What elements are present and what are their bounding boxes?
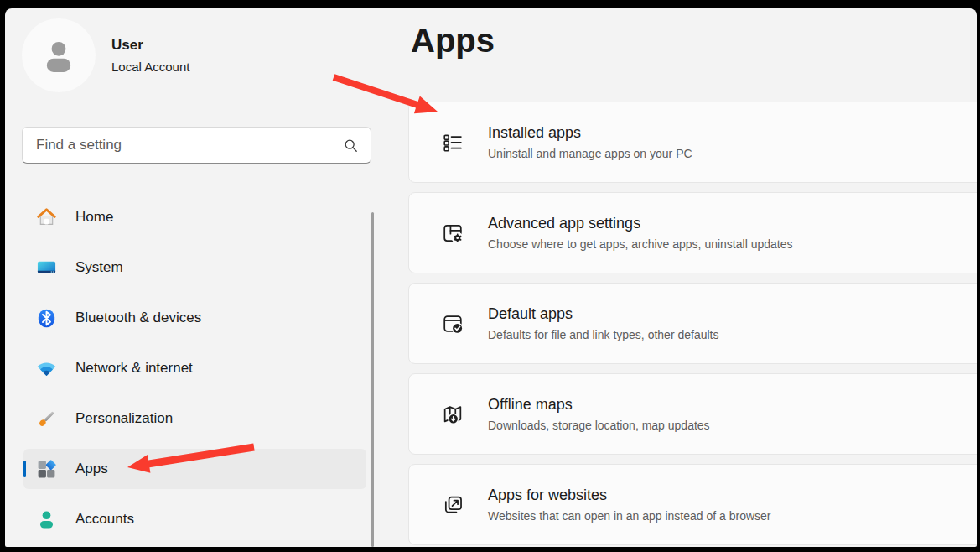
sidebar-item-personalization[interactable]: Personalization xyxy=(23,398,366,439)
card-advanced-app-settings[interactable]: Advanced app settings Choose where to ge… xyxy=(408,192,977,273)
card-text: Offline maps Downloads, storage location… xyxy=(488,396,710,432)
card-subtitle: Uninstall and manage apps on your PC xyxy=(488,147,692,160)
account-type: Local Account xyxy=(111,60,189,74)
installed-apps-icon xyxy=(441,131,464,154)
card-offline-maps[interactable]: Offline maps Downloads, storage location… xyxy=(408,373,977,455)
sidebar-item-label: Network & internet xyxy=(75,360,193,377)
card-text: Advanced app settings Choose where to ge… xyxy=(488,215,792,251)
advanced-app-settings-icon xyxy=(441,221,464,245)
card-title: Advanced app settings xyxy=(488,215,792,232)
sidebar-item-label: Personalization xyxy=(75,410,173,427)
offline-maps-icon xyxy=(441,403,464,426)
default-apps-icon xyxy=(441,312,464,336)
avatar[interactable] xyxy=(22,18,96,92)
page-title: Apps xyxy=(411,22,495,60)
sidebar-item-network-internet[interactable]: Network & internet xyxy=(23,348,366,388)
sidebar-item-label: Home xyxy=(75,209,113,226)
selection-indicator xyxy=(23,461,26,477)
card-subtitle: Downloads, storage location, map updates xyxy=(488,419,710,432)
sidebar-item-accounts[interactable]: Accounts xyxy=(23,499,366,539)
apps-for-websites-icon xyxy=(441,493,464,517)
card-installed-apps[interactable]: Installed apps Uninstall and manage apps… xyxy=(408,102,977,183)
card-title: Apps for websites xyxy=(488,487,771,504)
card-subtitle: Websites that can open in an app instead… xyxy=(488,509,771,523)
sidebar-item-apps[interactable]: Apps xyxy=(23,449,366,489)
search-box[interactable] xyxy=(22,127,371,164)
search-input[interactable] xyxy=(34,136,342,154)
sidebar-item-system[interactable]: System xyxy=(23,247,366,288)
home-icon xyxy=(34,206,58,229)
card-subtitle: Choose where to get apps, archive apps, … xyxy=(488,237,792,251)
card-title: Offline maps xyxy=(488,396,710,414)
sidebar-scrollbar[interactable] xyxy=(371,212,374,547)
sidebar-nav: Home System xyxy=(23,197,366,547)
sidebar-item-label: Bluetooth & devices xyxy=(75,310,201,326)
card-title: Default apps xyxy=(488,305,718,323)
sidebar-item-label: Accounts xyxy=(75,511,134,528)
card-default-apps[interactable]: Default apps Defaults for file and link … xyxy=(408,283,977,364)
search-icon xyxy=(342,137,360,154)
bluetooth-icon xyxy=(34,306,58,330)
card-text: Installed apps Uninstall and manage apps… xyxy=(488,124,692,160)
account-name: User xyxy=(111,37,143,54)
card-apps-for-websites[interactable]: Apps for websites Websites that can open… xyxy=(408,464,977,545)
sidebar-item-label: Apps xyxy=(75,461,108,477)
accounts-icon xyxy=(34,508,58,531)
sidebar-item-bluetooth-devices[interactable]: Bluetooth & devices xyxy=(23,298,366,338)
sidebar-item-home[interactable]: Home xyxy=(23,197,366,237)
system-icon xyxy=(34,256,58,279)
sidebar-item-label: System xyxy=(75,259,123,276)
settings-window: User Local Account Home xyxy=(5,8,977,547)
card-title: Installed apps xyxy=(488,124,692,142)
paintbrush-icon xyxy=(34,407,58,430)
person-icon xyxy=(39,36,78,75)
card-text: Apps for websites Websites that can open… xyxy=(488,487,771,523)
apps-icon xyxy=(34,457,58,481)
card-text: Default apps Defaults for file and link … xyxy=(488,305,718,341)
card-subtitle: Defaults for file and link types, other … xyxy=(488,328,718,341)
wifi-icon xyxy=(34,357,58,380)
